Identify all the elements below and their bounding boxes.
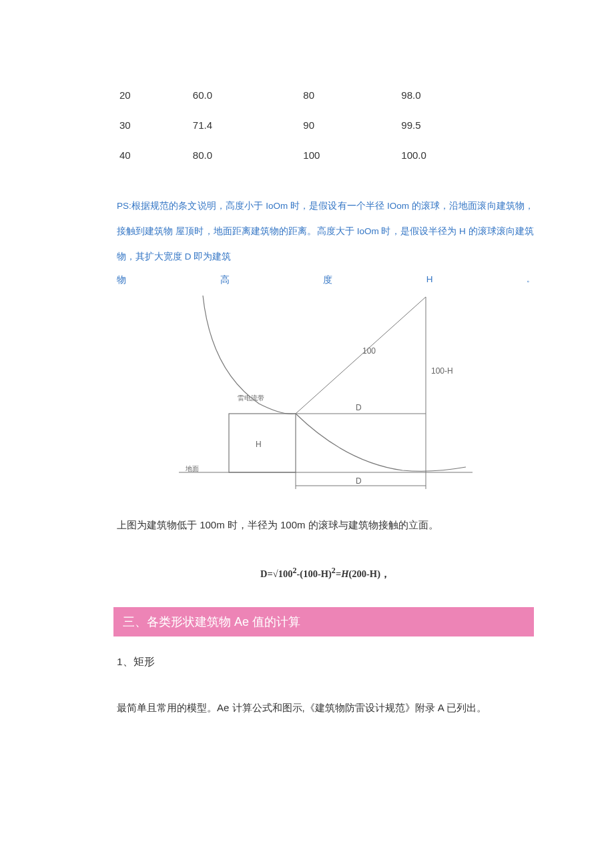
body-paragraph: 最简单且常用的模型。Ae 计算公式和图示,《建筑物防雷设计规范》附录 A 已列出… [117, 699, 534, 718]
cell: 100.0 [398, 140, 534, 170]
cell: 20 [117, 80, 190, 110]
cell: 90 [300, 110, 398, 140]
data-table: 20 60.0 80 98.0 30 71.4 90 99.5 40 80.0 … [117, 80, 534, 170]
note-char: 。 [527, 274, 534, 286]
cell: 60.0 [190, 80, 301, 110]
subsection-heading: 1、矩形 [117, 655, 534, 669]
cell: 40 [117, 140, 190, 170]
cell: 98.0 [398, 80, 534, 110]
section-header: 三、各类形状建筑物 Ae 值的计算 [113, 607, 534, 636]
cell: 71.4 [190, 110, 301, 140]
formula-comma: ， [380, 568, 390, 579]
ps-note-justified: 物 高 度 H 。 [117, 274, 534, 286]
d-inner-label: D [356, 403, 362, 412]
cell: 100 [300, 140, 398, 170]
table-row: 30 71.4 90 99.5 [117, 110, 534, 140]
formula-italic: H [341, 568, 348, 579]
svg-line-3 [296, 297, 426, 414]
diagram-container: 100 100-H H D D 地面 雷电流带 [117, 290, 534, 497]
h-label: H [256, 440, 262, 449]
svg-rect-1 [229, 414, 296, 472]
formula-part: = [336, 568, 341, 579]
formula: D=√1002-(100-H)2=H(200-H)， [117, 566, 534, 580]
ps-note: PS:根据规范的条文说明，高度小于 IoOm 时，是假设有一个半径 IOom 的… [117, 193, 534, 269]
height-diff-label: 100-H [431, 366, 453, 376]
table-row: 20 60.0 80 98.0 [117, 80, 534, 110]
note-char: 度 [323, 274, 332, 286]
note-char: H [426, 274, 433, 286]
formula-part: (200-H) [348, 568, 380, 579]
cell: 30 [117, 110, 190, 140]
diagram-caption: 上图为建筑物低于 100m 时，半径为 100m 的滚球与建筑物接触的立面。 [117, 516, 534, 534]
note-char: 物 [117, 274, 126, 286]
cell: 80.0 [190, 140, 301, 170]
lightning-label: 雷电流带 [238, 394, 264, 402]
cell: 80 [300, 80, 398, 110]
d-bottom-label: D [356, 476, 362, 486]
cell: 99.5 [398, 110, 534, 140]
formula-part: -(100-H) [297, 568, 332, 579]
note-line: 屋顶时，地面距离建筑物的距离。高度大于 IoOm 时，是假设半径为 H 的滚球滚… [117, 226, 534, 262]
radius-label: 100 [362, 346, 376, 356]
formula-part: D=√100 [260, 568, 292, 579]
table-row: 40 80.0 100 100.0 [117, 140, 534, 170]
note-char: 高 [220, 274, 230, 286]
rolling-sphere-diagram: 100 100-H H D D 地面 雷电流带 [179, 290, 473, 497]
ground-label: 地面 [185, 465, 199, 472]
